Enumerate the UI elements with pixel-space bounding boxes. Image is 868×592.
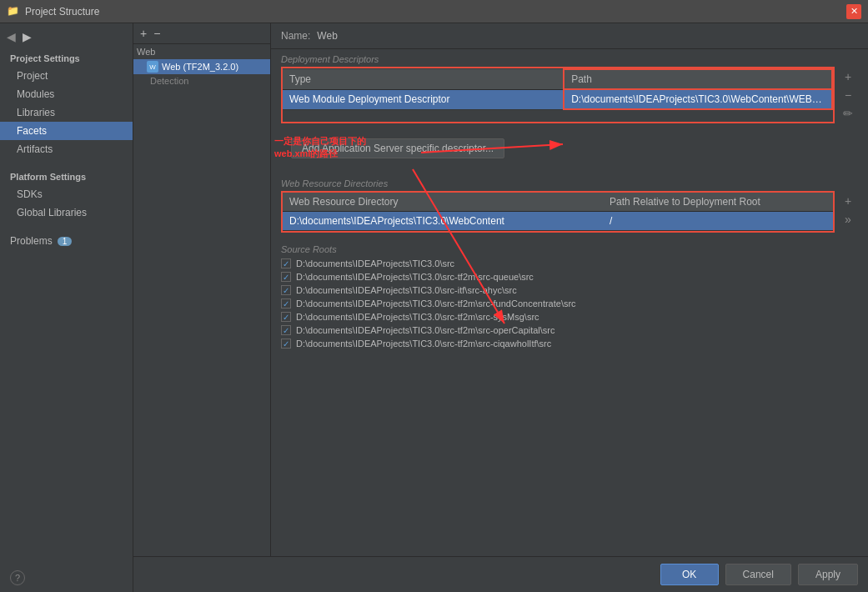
- main-layout: ◀ ▶ Project Settings Project Modules Lib…: [0, 23, 868, 592]
- wr-add-button[interactable]: +: [840, 193, 856, 209]
- sidebar-item-modules[interactable]: Modules: [0, 85, 133, 103]
- dd-cell-path: D:\documents\IDEAProjects\TIC3.0\WebCont…: [564, 89, 832, 109]
- add-server-descriptor-button[interactable]: Add Application Server specific descript…: [291, 138, 504, 158]
- sidebar-item-sdks[interactable]: SDKs: [0, 185, 133, 203]
- problems-badge: 1: [58, 237, 73, 246]
- checkbox-0[interactable]: ✓: [281, 258, 291, 268]
- web-resource-label: Web Resource Directories: [271, 173, 868, 191]
- checkbox-5[interactable]: ✓: [281, 325, 291, 335]
- checkbox-1[interactable]: ✓: [281, 272, 291, 282]
- tree-remove-button[interactable]: −: [152, 27, 162, 40]
- wr-row[interactable]: D:\documents\IDEAProjects\TIC3.0\WebCont…: [283, 212, 833, 231]
- module-tree: + − Web W Web (TF2M_3.2.0) Detection: [133, 23, 271, 556]
- window-title: Project Structure: [25, 6, 846, 18]
- wr-cell-rel: /: [603, 212, 833, 231]
- content-area: + − Web W Web (TF2M_3.2.0) Detection Nam…: [133, 23, 868, 592]
- source-item-0[interactable]: ✓ D:\documents\IDEAProjects\TIC3.0\src: [281, 257, 858, 270]
- tree-toolbar: + −: [133, 23, 270, 44]
- dd-table-highlight: Type Path Web Module Deployment Descript…: [281, 67, 835, 123]
- apply-button[interactable]: Apply: [798, 564, 858, 585]
- forward-button[interactable]: ▶: [23, 30, 32, 43]
- sidebar-nav: ◀ ▶: [0, 27, 133, 47]
- source-item-1[interactable]: ✓ D:\documents\IDEAProjects\TIC3.0\src-t…: [281, 270, 858, 283]
- app-icon: 📁: [7, 5, 20, 18]
- project-settings-label: Project Settings: [0, 47, 133, 67]
- tree-node-web-parent[interactable]: Web: [133, 44, 270, 59]
- ok-button[interactable]: OK: [660, 564, 719, 585]
- sidebar-item-libraries[interactable]: Libraries: [0, 103, 133, 122]
- wr-col-rel: Path Relative to Deployment Root: [603, 193, 833, 212]
- wr-table-highlight: Web Resource Directory Path Relative to …: [281, 191, 835, 233]
- dd-add-button[interactable]: +: [840, 68, 856, 85]
- back-button[interactable]: ◀: [7, 30, 16, 43]
- checkbox-6[interactable]: ✓: [281, 339, 291, 349]
- name-row: Name: Web: [271, 23, 868, 49]
- dd-cell-type: Web Module Deployment Descriptor: [283, 89, 564, 109]
- sidebar-item-project[interactable]: Project: [0, 67, 133, 85]
- checkbox-2[interactable]: ✓: [281, 285, 291, 295]
- source-item-3[interactable]: ✓ D:\documents\IDEAProjects\TIC3.0\src-t…: [281, 297, 858, 310]
- module-icon: W: [147, 61, 158, 73]
- dd-row[interactable]: Web Module Deployment Descriptor D:\docu…: [283, 89, 832, 109]
- help-button[interactable]: ?: [10, 570, 25, 585]
- deployment-descriptors-label: Deployment Descriptors: [271, 49, 868, 67]
- footer: OK Cancel Apply: [133, 556, 868, 592]
- checkbox-3[interactable]: ✓: [281, 299, 291, 309]
- sidebar: ◀ ▶ Project Settings Project Modules Lib…: [0, 23, 133, 592]
- cancel-button[interactable]: Cancel: [725, 564, 791, 585]
- dd-col-type: Type: [283, 69, 564, 89]
- title-bar: 📁 Project Structure ✕: [0, 0, 868, 23]
- dd-edit-button[interactable]: ✏: [840, 105, 856, 122]
- name-label: Name:: [281, 30, 310, 42]
- wr-col-dir: Web Resource Directory: [283, 193, 603, 212]
- sidebar-item-global-libraries[interactable]: Global Libraries: [0, 203, 133, 222]
- source-roots-section: ✓ D:\documents\IDEAProjects\TIC3.0\src ✓…: [271, 257, 868, 556]
- web-resource-table: Web Resource Directory Path Relative to …: [283, 193, 833, 231]
- content-body: + − Web W Web (TF2M_3.2.0) Detection Nam…: [133, 23, 868, 556]
- source-item-4[interactable]: ✓ D:\documents\IDEAProjects\TIC3.0\src-t…: [281, 310, 858, 324]
- platform-settings-label: Platform Settings: [0, 165, 133, 185]
- tree-add-button[interactable]: +: [138, 27, 148, 40]
- close-button[interactable]: ✕: [846, 4, 861, 19]
- wr-more-button[interactable]: »: [840, 211, 856, 228]
- right-panel-inner: Name: Web Deployment Descriptors Type P: [271, 23, 868, 556]
- dd-col-path: Path: [564, 69, 832, 89]
- sidebar-item-facets[interactable]: Facets: [0, 122, 133, 140]
- checkbox-4[interactable]: ✓: [281, 312, 291, 322]
- sidebar-item-artifacts[interactable]: Artifacts: [0, 140, 133, 158]
- wr-cell-dir: D:\documents\IDEAProjects\TIC3.0\WebCont…: [283, 212, 603, 231]
- source-roots-label: Source Roots: [271, 239, 868, 257]
- name-value: Web: [317, 30, 337, 42]
- source-item-2[interactable]: ✓ D:\documents\IDEAProjects\TIC3.0\src-i…: [281, 283, 858, 297]
- source-item-5[interactable]: ✓ D:\documents\IDEAProjects\TIC3.0\src-t…: [281, 324, 858, 337]
- deployment-descriptors-table: Type Path Web Module Deployment Descript…: [283, 68, 833, 110]
- tree-node-web-child[interactable]: W Web (TF2M_3.2.0): [133, 59, 270, 74]
- right-panel: Name: Web Deployment Descriptors Type P: [271, 23, 868, 556]
- dd-remove-button[interactable]: −: [840, 87, 856, 103]
- detection-label: Detection: [133, 74, 270, 88]
- source-item-6[interactable]: ✓ D:\documents\IDEAProjects\TIC3.0\src-t…: [281, 337, 858, 350]
- sidebar-item-problems[interactable]: Problems 1: [0, 232, 133, 250]
